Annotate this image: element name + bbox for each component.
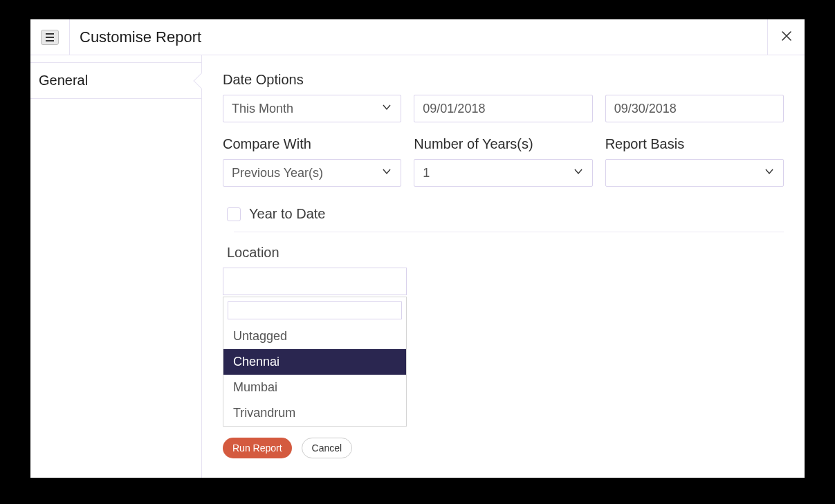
chevron-down-icon	[381, 102, 392, 116]
year-to-date-checkbox[interactable]	[227, 207, 241, 221]
dropdown-search-wrap	[223, 297, 406, 324]
cancel-button[interactable]: Cancel	[302, 438, 353, 458]
dialog-header: Customise Report	[30, 19, 805, 55]
date-from-value: 09/01/2018	[423, 102, 485, 116]
date-to-input[interactable]: 09/30/2018	[605, 95, 784, 122]
location-label: Location	[227, 245, 784, 261]
menu-icon[interactable]	[41, 30, 59, 45]
compare-row: Compare With Previous Year(s) Number of …	[223, 136, 784, 187]
report-basis-label: Report Basis	[605, 136, 784, 152]
content-panel: Date Options This Month 09/01/2018	[202, 55, 805, 478]
chevron-down-icon	[381, 166, 392, 180]
dialog-body: General Date Options This Month 09/01/20…	[30, 55, 805, 478]
compare-with-select[interactable]: Previous Year(s)	[223, 159, 401, 187]
date-range-preset-select[interactable]: This Month	[223, 95, 401, 122]
sidebar: General	[30, 55, 202, 478]
dialog-footer: Run Report Cancel	[223, 438, 784, 458]
chevron-down-icon	[573, 166, 584, 180]
number-of-years-select[interactable]: 1	[414, 159, 592, 187]
date-to-value: 09/30/2018	[614, 102, 677, 116]
location-search-input[interactable]	[228, 301, 402, 319]
location-option-untagged[interactable]: Untagged	[223, 324, 406, 349]
date-options-row: This Month 09/01/2018 09/30/2018	[223, 95, 784, 122]
close-button[interactable]	[767, 19, 805, 55]
divider	[234, 232, 784, 232]
close-icon	[781, 30, 792, 44]
date-options-label: Date Options	[223, 72, 784, 88]
location-select[interactable]	[223, 268, 407, 295]
location-dropdown: Untagged Chennai Mumbai Trivandrum	[223, 297, 407, 427]
compare-with-value: Previous Year(s)	[232, 166, 323, 180]
year-to-date-row: Year to Date	[223, 206, 784, 222]
date-from-input[interactable]: 09/01/2018	[414, 95, 592, 122]
customise-report-dialog: Customise Report General Date Options Th…	[30, 19, 805, 478]
compare-with-label: Compare With	[223, 136, 401, 152]
location-option-chennai[interactable]: Chennai	[223, 349, 406, 375]
location-option-trivandrum[interactable]: Trivandrum	[223, 400, 406, 426]
number-of-years-value: 1	[423, 166, 430, 180]
run-report-button[interactable]: Run Report	[223, 438, 292, 458]
dialog-title: Customise Report	[69, 19, 767, 55]
report-basis-select[interactable]	[605, 159, 784, 187]
date-range-preset-value: This Month	[232, 102, 293, 116]
chevron-down-icon	[764, 166, 775, 180]
year-to-date-label: Year to Date	[249, 206, 325, 222]
location-option-mumbai[interactable]: Mumbai	[223, 375, 406, 400]
hamburger-wrap	[30, 30, 69, 45]
tab-general[interactable]: General	[30, 62, 201, 99]
number-of-years-label: Number of Years(s)	[414, 136, 592, 152]
